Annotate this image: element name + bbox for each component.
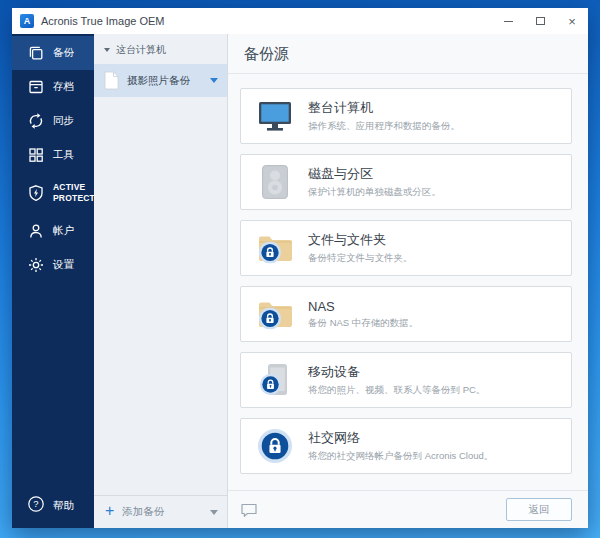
main-content: 备份源 整台计算机 操作系 [228,34,588,528]
sidebar-item-label: 备份 [53,46,74,60]
card-text: 社交网络 将您的社交网络帐户备份到 Acronis Cloud。 [308,429,493,463]
sidebar-item-settings[interactable]: 设置 [12,248,94,282]
source-description: 保护计算机的单独磁盘或分区。 [308,186,441,199]
account-icon [27,222,45,240]
card-text: NAS 备份 NAS 中存储的数据。 [308,299,418,330]
tools-icon [27,146,45,164]
backup-icon [27,44,45,62]
cloud-lock-icon [254,429,296,463]
card-text: 移动设备 将您的照片、视频、联系人等备份到 PC。 [308,363,485,397]
sidebar-item-label: 同步 [53,114,74,128]
source-description: 备份特定文件与文件夹。 [308,252,413,265]
folder-lock-icon [254,299,296,330]
sidebar-item-tools[interactable]: 工具 [12,138,94,172]
source-title: 整台计算机 [308,99,460,117]
computer-icon [254,101,296,132]
feedback-bubble-icon[interactable] [240,502,258,518]
sidebar-item-help[interactable]: ? 帮助 [12,484,94,528]
disk-icon [254,165,296,199]
back-button[interactable]: 返回 [506,498,572,521]
add-backup-button[interactable]: + 添加备份 [94,495,227,528]
sync-icon [27,112,45,130]
titlebar: A Acronis True Image OEM × [12,8,588,34]
computer-group-label: 这台计算机 [116,43,166,57]
source-description: 将您的照片、视频、联系人等备份到 PC。 [308,384,485,397]
app-logo-icon: A [20,14,34,28]
archive-icon [27,78,45,96]
sidebar-item-label: 存档 [53,80,74,94]
sidebar-item-sync[interactable]: 同步 [12,104,94,138]
backup-list-item-selected[interactable]: 摄影照片备份 [94,64,227,97]
app-window: A Acronis True Image OEM × 备份 [12,8,588,528]
sidebar-item-archive[interactable]: 存档 [12,70,94,104]
source-description: 将您的社交网络帐户备份到 Acronis Cloud。 [308,450,493,463]
shield-bolt-icon [27,184,45,202]
card-text: 磁盘与分区 保护计算机的单独磁盘或分区。 [308,165,441,199]
document-icon [104,71,119,90]
card-text: 整台计算机 操作系统、应用程序和数据的备份。 [308,99,460,133]
source-title: NAS [308,299,418,314]
source-description: 操作系统、应用程序和数据的备份。 [308,120,460,133]
window-controls: × [492,8,588,34]
computer-group-header[interactable]: 这台计算机 [94,34,227,64]
add-backup-label: 添加备份 [122,505,210,519]
maximize-icon [536,17,545,25]
svg-text:?: ? [33,498,38,509]
backup-source-list: 整台计算机 操作系统、应用程序和数据的备份。 [228,74,588,490]
source-title: 移动设备 [308,363,485,381]
card-text: 文件与文件夹 备份特定文件与文件夹。 [308,231,413,265]
source-card-files-folders[interactable]: 文件与文件夹 备份特定文件与文件夹。 [240,220,572,276]
close-button[interactable]: × [556,8,588,34]
source-title: 社交网络 [308,429,493,447]
sidebar-item-active-protection[interactable]: ACTIVE PROTECTION [12,172,94,214]
main-footer: 返回 [228,490,588,528]
source-title: 文件与文件夹 [308,231,413,249]
page-title: 备份源 [228,34,588,74]
sidebar: 备份 存档 [12,34,94,528]
collapse-caret-icon [104,48,110,52]
close-icon: × [568,15,576,28]
sidebar-item-label: 帮助 [53,499,74,513]
source-card-nas[interactable]: NAS 备份 NAS 中存储的数据。 [240,286,572,342]
sidebar-item-account[interactable]: 帐户 [12,214,94,248]
backup-list-panel: 这台计算机 摄影照片备份 + 添加备份 [94,34,228,528]
source-card-disks-partitions[interactable]: 磁盘与分区 保护计算机的单独磁盘或分区。 [240,154,572,210]
minimize-icon [504,21,513,22]
source-card-mobile-device[interactable]: 移动设备 将您的照片、视频、联系人等备份到 PC。 [240,352,572,408]
app-body: 备份 存档 [12,34,588,528]
source-card-entire-computer[interactable]: 整台计算机 操作系统、应用程序和数据的备份。 [240,88,572,144]
sidebar-spacer [12,282,94,484]
source-card-social-networks[interactable]: 社交网络 将您的社交网络帐户备份到 Acronis Cloud。 [240,418,572,474]
panel-spacer [94,97,227,495]
gear-icon [27,256,45,274]
help-circle-icon: ? [27,495,45,517]
phone-lock-icon [254,363,296,397]
folder-lock-icon [254,233,296,264]
plus-icon: + [105,503,114,519]
sidebar-item-label: 工具 [53,148,74,162]
source-description: 备份 NAS 中存储的数据。 [308,317,418,330]
maximize-button[interactable] [524,8,556,34]
window-title: Acronis True Image OEM [41,15,165,27]
sidebar-item-label: 设置 [53,258,74,272]
source-title: 磁盘与分区 [308,165,441,183]
add-backup-caret-icon[interactable] [210,510,218,515]
desktop-background: A Acronis True Image OEM × 备份 [0,0,600,538]
minimize-button[interactable] [492,8,524,34]
backup-item-label: 摄影照片备份 [127,74,210,88]
sidebar-item-backup[interactable]: 备份 [12,36,94,70]
backup-item-menu-caret-icon[interactable] [210,78,218,83]
sidebar-item-label: 帐户 [53,224,74,238]
